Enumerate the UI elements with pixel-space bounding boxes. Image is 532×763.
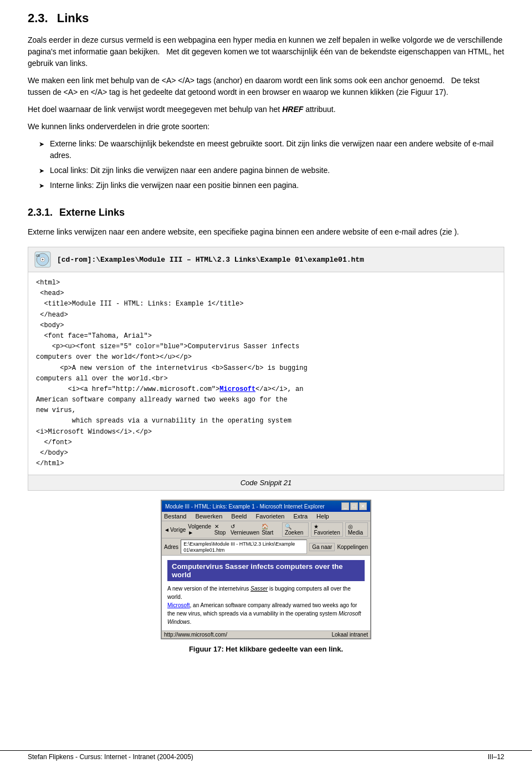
statusbar-zone: Lokaal intranet [331, 632, 368, 638]
menu-extra[interactable]: Extra [293, 513, 308, 520]
code-path: [cd-rom]:\Examples\Module III – HTML\2.3… [57, 256, 364, 264]
statusbar-url: http://www.microsoft.com/ [164, 632, 227, 638]
svg-point-3 [42, 259, 44, 261]
paragraph-2: We maken een link met behulp van de <A> … [28, 75, 504, 98]
link-types-list: Externe links: De waarschijnlijk bekends… [28, 138, 504, 191]
toolbar-volgende[interactable]: Volgende ► [188, 523, 212, 536]
list-item-externe: Externe links: De waarschijnlijk bekends… [39, 138, 504, 161]
browser-toolbar: ◄ Vorige Volgende ► ✕ Stop ↺ Vernieuwen … [162, 521, 370, 538]
paragraph-4: We kunnen links onderverdelen in drie gr… [28, 121, 504, 133]
koppelingen-btn[interactable]: Koppelingen [337, 544, 368, 550]
subsection-heading: 2.3.1. Externe Links [28, 207, 504, 218]
toolbar-stop[interactable]: ✕ Stop [214, 523, 228, 536]
page-content: 2.3. Links Zoals eerder in deze cursus v… [28, 11, 504, 655]
browser-title: Module III - HTML: Links: Example 1 - Mi… [165, 503, 325, 510]
toolbar-vorige[interactable]: ◄ Vorige [164, 527, 186, 533]
address-label: Adres [164, 544, 178, 550]
page-footer: Stefan Flipkens - Cursus: Internet - Int… [0, 750, 532, 763]
close-btn[interactable]: ✕ [359, 502, 367, 510]
cd-icon: CD [34, 251, 52, 268]
code-content: <html> <head> <title>Module III - HTML: … [28, 272, 504, 475]
svg-text:CD: CD [36, 254, 40, 257]
ga-naar-btn[interactable]: Ga naar [309, 543, 335, 551]
content-text1: A new version of the internetvirus Sasse… [167, 586, 351, 600]
paragraph-5: Externe links verwijzen naar een andere … [28, 226, 504, 238]
list-item-local: Local links: Dit zijn links die verwijze… [39, 165, 504, 176]
titlebar-controls: _ □ ✕ [341, 502, 367, 510]
toolbar-media[interactable]: ◎ Media [345, 522, 368, 537]
toolbar-search[interactable]: 🔍 Zoeken [282, 522, 309, 537]
toolbar-start[interactable]: 🏠 Start [262, 523, 278, 536]
code-header: CD [cd-rom]:\Examples\Module III – HTML\… [28, 247, 504, 272]
menu-bestand[interactable]: Bestand [164, 513, 186, 520]
subsection-title: Externe Links [59, 207, 125, 218]
footer-right: III–12 [488, 753, 504, 761]
list-item-interne: Interne links: Zijn links die verwijzen … [39, 180, 504, 191]
menu-beeld[interactable]: Beeld [231, 513, 247, 520]
figure-container: Module III - HTML: Links: Example 1 - Mi… [28, 500, 504, 655]
browser-statusbar: http://www.microsoft.com/ Lokaal intrane… [162, 630, 370, 638]
menu-favorieten[interactable]: Favorieten [255, 513, 284, 520]
toolbar-vernieuwen[interactable]: ↺ Vernieuwen [231, 523, 259, 536]
menu-help[interactable]: Help [316, 513, 329, 520]
toolbar-favorieten[interactable]: ★ Favorieten [311, 522, 342, 537]
footer-left: Stefan Flipkens - Cursus: Internet - Int… [28, 753, 193, 761]
figure-caption: Figuur 17: Het klikbare gedeelte van een… [189, 645, 343, 653]
minimize-btn[interactable]: _ [341, 502, 349, 510]
browser-menubar: Bestand Bewerken Beeld Favorieten Extra … [162, 512, 370, 521]
section-title: Links [57, 11, 89, 26]
browser-addressbar: Adres E:\Examples\Module III - HTML\2.3 … [162, 538, 370, 556]
section-number: 2.3. [28, 11, 48, 26]
code-box: CD [cd-rom]:\Examples\Module III – HTML\… [28, 247, 504, 491]
browser-mockup: Module III - HTML: Links: Example 1 - Mi… [161, 500, 371, 639]
paragraph-1: Zoals eerder in deze cursus vermeld is e… [28, 34, 504, 69]
browser-titlebar: Module III - HTML: Links: Example 1 - Mi… [162, 501, 370, 512]
content-link-text[interactable]: Microsoft [167, 602, 190, 608]
menu-bewerken[interactable]: Bewerken [195, 513, 222, 520]
paragraph-3: Het doel waarnaar de link verwijst wordt… [28, 104, 504, 115]
maximize-btn[interactable]: □ [350, 502, 358, 510]
section-heading: 2.3. Links [28, 11, 504, 26]
back-icon: ◄ [164, 527, 170, 533]
code-caption: Code Snippit 21 [28, 475, 504, 490]
browser-page-title: Computervirus Sasser infects computers o… [167, 560, 365, 581]
href-italic: HREF [282, 105, 303, 114]
browser-content: Computervirus Sasser infects computers o… [162, 556, 370, 630]
content-text2: , an American software company allready … [167, 602, 361, 625]
browser-page-text: A new version of the internetvirus Sasse… [167, 584, 365, 626]
address-input[interactable]: E:\Examples\Module III - HTML\2.3 Links\… [181, 540, 307, 554]
subsection-number: 2.3.1. [28, 207, 53, 218]
